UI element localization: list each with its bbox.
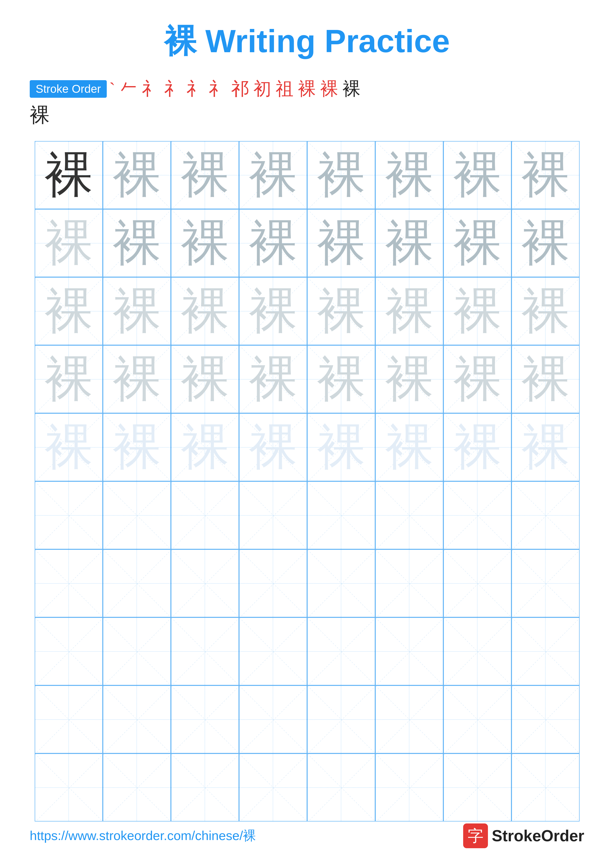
svg-line-155 xyxy=(376,754,443,821)
grid-cell-9-3[interactable] xyxy=(171,685,239,753)
practice-char: 裸 xyxy=(521,219,570,267)
grid-cell-8-3[interactable] xyxy=(171,617,239,685)
practice-char: 裸 xyxy=(453,287,502,335)
svg-line-91 xyxy=(376,482,443,549)
practice-char: 裸 xyxy=(45,151,93,199)
grid-cell-1-2: 裸 xyxy=(103,141,171,209)
grid-cell-8-6[interactable] xyxy=(375,617,443,685)
footer-logo-icon: 字 xyxy=(463,823,488,848)
grid-cell-8-2[interactable] xyxy=(103,617,171,685)
grid-cell-4-1: 裸 xyxy=(35,345,103,413)
grid-cell-10-4[interactable] xyxy=(239,753,307,822)
svg-line-103 xyxy=(239,550,307,617)
svg-line-80 xyxy=(35,482,102,549)
svg-line-124 xyxy=(444,618,511,685)
practice-char: 裸 xyxy=(113,151,161,199)
svg-line-149 xyxy=(171,754,238,821)
grid-cell-9-8[interactable] xyxy=(511,685,580,753)
stroke-char-6: 礻 xyxy=(209,78,227,99)
practice-char: 裸 xyxy=(181,219,229,267)
stroke-char-7: 祁 xyxy=(231,78,249,99)
grid-cell-1-5: 裸 xyxy=(307,141,375,209)
grid-cell-10-1[interactable] xyxy=(35,753,103,822)
svg-line-125 xyxy=(444,618,511,685)
footer-url[interactable]: https://www.strokeorder.com/chinese/裸 xyxy=(30,827,256,845)
grid-cell-6-7[interactable] xyxy=(443,481,511,549)
practice-char: 裸 xyxy=(113,423,161,471)
grid-cell-7-4[interactable] xyxy=(239,549,307,617)
grid-cell-6-2[interactable] xyxy=(103,481,171,549)
grid-cell-10-2[interactable] xyxy=(103,753,171,822)
grid-cell-7-2[interactable] xyxy=(103,549,171,617)
grid-cell-6-8[interactable] xyxy=(511,481,580,549)
svg-line-150 xyxy=(239,754,307,821)
practice-char: 裸 xyxy=(317,219,365,267)
grid-cell-10-5[interactable] xyxy=(307,753,375,822)
svg-line-113 xyxy=(35,618,102,685)
grid-cell-6-4[interactable] xyxy=(239,481,307,549)
svg-line-90 xyxy=(376,482,443,549)
practice-char: 裸 xyxy=(521,287,570,335)
grid-row-8 xyxy=(35,617,580,685)
grid-cell-7-1[interactable] xyxy=(35,549,103,617)
grid-cell-8-7[interactable] xyxy=(443,617,511,685)
practice-char: 裸 xyxy=(317,287,365,335)
grid-row-3: 裸 裸 裸 裸 裸 裸 裸 xyxy=(35,277,580,345)
grid-cell-10-7[interactable] xyxy=(443,753,511,822)
svg-line-127 xyxy=(512,618,579,685)
grid-cell-8-8[interactable] xyxy=(511,617,580,685)
practice-char: 裸 xyxy=(249,151,297,199)
grid-cell-9-5[interactable] xyxy=(307,685,375,753)
svg-line-101 xyxy=(171,550,238,617)
svg-line-145 xyxy=(35,754,102,821)
grid-cell-4-7: 裸 xyxy=(443,345,511,413)
svg-line-108 xyxy=(444,550,511,617)
grid-cell-10-3[interactable] xyxy=(171,753,239,822)
practice-char: 裸 xyxy=(385,151,434,199)
grid-cell-7-7[interactable] xyxy=(443,549,511,617)
grid-cell-8-1[interactable] xyxy=(35,617,103,685)
stroke-char-1: ` xyxy=(109,78,115,99)
grid-cell-5-7: 裸 xyxy=(443,413,511,481)
svg-line-82 xyxy=(103,482,170,549)
grid-cell-10-8[interactable] xyxy=(511,753,580,822)
svg-line-109 xyxy=(444,550,511,617)
grid-cell-1-7: 裸 xyxy=(443,141,511,209)
grid-cell-3-2: 裸 xyxy=(103,277,171,345)
grid-cell-7-5[interactable] xyxy=(307,549,375,617)
grid-cell-9-7[interactable] xyxy=(443,685,511,753)
grid-cell-7-8[interactable] xyxy=(511,549,580,617)
grid-cell-9-1[interactable] xyxy=(35,685,103,753)
practice-char: 裸 xyxy=(249,355,297,403)
grid-cell-6-5[interactable] xyxy=(307,481,375,549)
grid-cell-9-6[interactable] xyxy=(375,685,443,753)
grid-cell-6-6[interactable] xyxy=(375,481,443,549)
grid-cell-7-6[interactable] xyxy=(375,549,443,617)
svg-line-115 xyxy=(103,618,170,685)
stroke-char-8: 初 xyxy=(253,78,271,99)
grid-cell-6-1[interactable] xyxy=(35,481,103,549)
svg-line-87 xyxy=(239,482,307,549)
svg-line-99 xyxy=(103,550,170,617)
page: 裸 Writing Practice Stroke Order ` 𠂉 礻 礻 … xyxy=(0,0,614,868)
stroke-char-5: 礻 xyxy=(187,78,204,99)
stroke-order-row: Stroke Order ` 𠂉 礻 礻 礻 礻 祁 初 祖 裸 裸 裸 xyxy=(30,78,584,99)
svg-line-152 xyxy=(308,754,375,821)
stroke-char-2: 𠂉 xyxy=(120,78,137,99)
svg-line-130 xyxy=(103,686,170,753)
svg-line-142 xyxy=(512,686,579,753)
svg-line-116 xyxy=(171,618,238,685)
grid-cell-6-3[interactable] xyxy=(171,481,239,549)
grid-cell-10-6[interactable] xyxy=(375,753,443,822)
grid-cell-9-4[interactable] xyxy=(239,685,307,753)
grid-cell-8-5[interactable] xyxy=(307,617,375,685)
grid-cell-2-7: 裸 xyxy=(443,209,511,277)
grid-row-9 xyxy=(35,685,580,753)
stroke-chars: ` 𠂉 礻 礻 礻 礻 祁 初 祖 裸 裸 裸 xyxy=(109,78,361,99)
grid-cell-9-2[interactable] xyxy=(103,685,171,753)
char-standalone: 裸 xyxy=(30,102,584,129)
grid-cell-8-4[interactable] xyxy=(239,617,307,685)
practice-char: 裸 xyxy=(113,355,161,403)
svg-line-158 xyxy=(512,754,579,821)
grid-cell-7-3[interactable] xyxy=(171,549,239,617)
